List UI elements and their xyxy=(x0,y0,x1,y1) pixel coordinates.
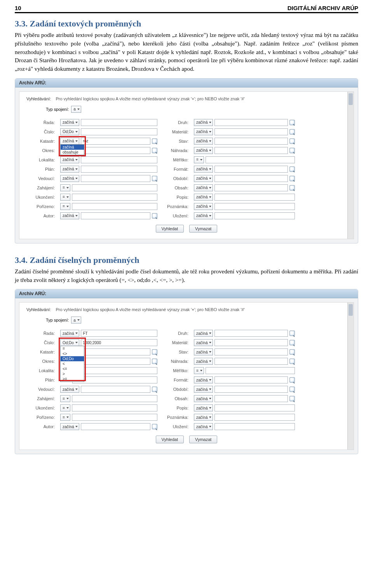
nahrada-input[interactable] xyxy=(214,147,288,154)
meritko-input[interactable] xyxy=(206,156,295,163)
autor-mode-select[interactable]: začíná xyxy=(60,212,79,219)
druh-input[interactable] xyxy=(214,330,288,337)
nahrada-mode-select[interactable]: začíná xyxy=(194,147,213,154)
scrollbar-thumb[interactable] xyxy=(349,304,353,316)
material-mode-select[interactable]: začíná xyxy=(194,339,213,346)
popis-mode-select[interactable]: začíná xyxy=(194,194,213,201)
poznamka-mode-select[interactable]: začíná xyxy=(194,414,213,421)
clear-button[interactable]: Vymazat xyxy=(189,225,217,233)
poznamka-input[interactable] xyxy=(214,414,295,421)
druh-input[interactable] xyxy=(214,119,288,126)
dropdown-option-zacina[interactable]: začíná xyxy=(61,145,84,150)
nahrada-input[interactable] xyxy=(214,358,288,365)
katastr-input[interactable] xyxy=(81,138,150,145)
ulozeni-mode-select[interactable]: začíná xyxy=(194,212,213,219)
autor-mode-select[interactable]: začíná xyxy=(60,423,79,430)
poznamka-input[interactable] xyxy=(214,203,295,210)
search-icon[interactable] xyxy=(152,424,157,429)
search-icon[interactable] xyxy=(289,387,295,392)
format-input[interactable] xyxy=(214,376,288,383)
vedouci-input[interactable] xyxy=(81,386,150,393)
search-icon[interactable] xyxy=(152,359,157,364)
katastr-mode-select[interactable]: začíná xyxy=(60,138,79,145)
dropdown-option-lt[interactable]: < xyxy=(61,361,84,366)
search-icon[interactable] xyxy=(152,176,157,181)
format-mode-select[interactable]: začíná xyxy=(194,376,213,383)
rada-input[interactable] xyxy=(81,119,157,126)
vedouci-input[interactable] xyxy=(81,175,150,182)
cislo-mode-select[interactable]: Od;Do xyxy=(60,128,79,135)
druh-mode-select[interactable]: začíná xyxy=(194,330,213,337)
porizeno-mode-select[interactable]: = xyxy=(60,203,70,210)
popis-mode-select[interactable]: začíná xyxy=(194,404,213,411)
search-icon[interactable] xyxy=(152,138,157,144)
stav-mode-select[interactable]: začíná xyxy=(194,348,213,355)
search-icon[interactable] xyxy=(289,120,295,125)
search-icon[interactable] xyxy=(289,377,295,383)
search-icon[interactable] xyxy=(289,359,295,364)
vedouci-mode-select[interactable]: začíná xyxy=(60,386,79,393)
search-icon[interactable] xyxy=(152,213,157,219)
zahajeni-mode-select[interactable]: = xyxy=(60,184,70,191)
rada-mode-select[interactable]: začíná xyxy=(60,330,79,337)
search-icon[interactable] xyxy=(152,387,157,392)
autor-input[interactable] xyxy=(81,423,150,430)
search-button[interactable]: Vyhledat xyxy=(156,436,184,443)
search-icon[interactable] xyxy=(289,129,295,135)
obdobi-input[interactable] xyxy=(214,386,288,393)
search-icon[interactable] xyxy=(289,185,295,191)
type-select[interactable]: a xyxy=(71,317,81,324)
lokalita-mode-select[interactable]: začíná xyxy=(60,156,79,163)
search-icon[interactable] xyxy=(289,148,295,153)
ukonceni-input[interactable] xyxy=(72,194,157,201)
obdobi-input[interactable] xyxy=(214,175,288,182)
clear-button[interactable]: Vymazat xyxy=(189,436,217,443)
cislo-input[interactable] xyxy=(81,128,157,135)
plan-input[interactable] xyxy=(72,376,157,383)
material-input[interactable] xyxy=(214,339,288,346)
scrollbar[interactable] xyxy=(347,303,354,450)
popis-input[interactable] xyxy=(214,404,295,411)
dropdown-option-ge[interactable]: >= xyxy=(61,376,84,382)
obsah-input[interactable] xyxy=(214,184,288,191)
porizeno-input[interactable] xyxy=(72,414,157,421)
rada-input[interactable] xyxy=(81,330,157,337)
search-icon[interactable] xyxy=(289,176,295,181)
obdobi-mode-select[interactable]: začíná xyxy=(194,175,213,182)
search-icon[interactable] xyxy=(289,340,295,345)
search-icon[interactable] xyxy=(289,396,295,401)
material-mode-select[interactable]: začíná xyxy=(194,128,213,135)
meritko-mode-select[interactable]: = xyxy=(194,156,204,163)
dropdown-option-oddo[interactable]: Od;Do xyxy=(61,356,84,361)
porizeno-input[interactable] xyxy=(72,203,157,210)
material-input[interactable] xyxy=(214,128,288,135)
katastr-mode-dropdown[interactable]: začíná obsahuje xyxy=(60,144,84,155)
plan-mode-select[interactable]: začíná xyxy=(60,166,79,173)
cislo-mode-select[interactable]: Od;Do xyxy=(60,339,79,346)
plan-input[interactable] xyxy=(81,166,157,173)
ukonceni-mode-select[interactable]: = xyxy=(60,404,70,411)
search-icon[interactable] xyxy=(289,166,295,172)
meritko-input[interactable] xyxy=(206,367,295,374)
porizeno-mode-select[interactable]: = xyxy=(60,414,70,421)
stav-input[interactable] xyxy=(214,348,288,355)
dropdown-option-gt[interactable]: > xyxy=(61,371,84,376)
search-icon[interactable] xyxy=(152,148,157,153)
zahajeni-input[interactable] xyxy=(72,395,157,402)
stav-mode-select[interactable]: začíná xyxy=(194,138,213,145)
search-icon[interactable] xyxy=(289,349,295,355)
obdobi-mode-select[interactable]: začíná xyxy=(194,386,213,393)
dropdown-option-le[interactable]: <= xyxy=(61,366,84,371)
search-icon[interactable] xyxy=(289,138,295,144)
search-button[interactable]: Vyhledat xyxy=(156,225,184,233)
dropdown-option-obsahuje[interactable]: obsahuje xyxy=(61,150,84,155)
format-mode-select[interactable]: začíná xyxy=(194,166,213,173)
nahrada-mode-select[interactable]: začíná xyxy=(194,358,213,365)
scrollbar-thumb[interactable] xyxy=(349,93,353,105)
zahajeni-mode-select[interactable]: = xyxy=(60,395,70,402)
dropdown-option-ne[interactable]: <> xyxy=(61,351,84,356)
ulozeni-input[interactable] xyxy=(214,423,295,430)
ulozeni-mode-select[interactable]: začíná xyxy=(194,423,213,430)
lokalita-input[interactable] xyxy=(72,367,157,374)
ukonceni-mode-select[interactable]: = xyxy=(60,194,70,201)
